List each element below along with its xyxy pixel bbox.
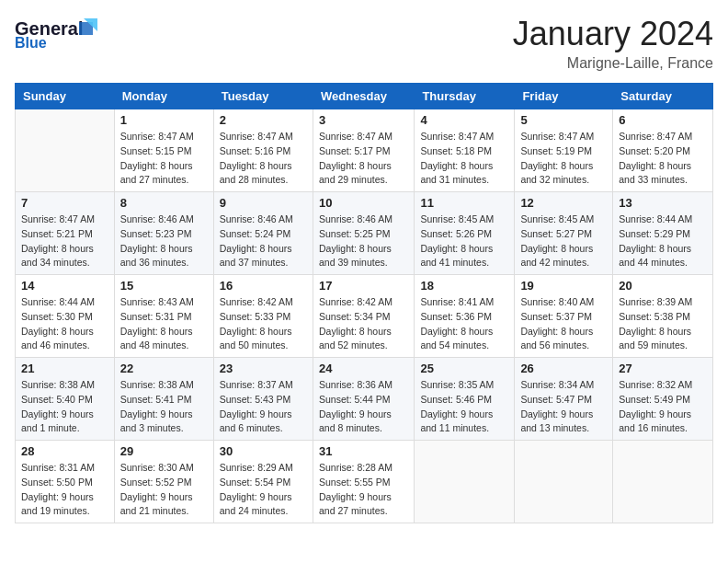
day-cell: 13Sunrise: 8:44 AMSunset: 5:29 PMDayligh… xyxy=(613,192,713,275)
week-row-2: 7Sunrise: 8:47 AMSunset: 5:21 PMDaylight… xyxy=(16,192,713,275)
day-detail: Sunrise: 8:41 AMSunset: 5:36 PMDaylight:… xyxy=(420,295,508,353)
day-detail: Sunrise: 8:36 AMSunset: 5:44 PMDaylight:… xyxy=(319,378,408,436)
header-row: SundayMondayTuesdayWednesdayThursdayFrid… xyxy=(16,84,713,109)
day-number: 1 xyxy=(120,113,208,127)
calendar-table: SundayMondayTuesdayWednesdayThursdayFrid… xyxy=(15,83,713,523)
header-day-friday: Friday xyxy=(515,84,613,109)
week-row-5: 28Sunrise: 8:31 AMSunset: 5:50 PMDayligh… xyxy=(16,441,713,523)
day-cell: 21Sunrise: 8:38 AMSunset: 5:40 PMDayligh… xyxy=(16,358,115,441)
day-number: 8 xyxy=(120,196,208,210)
day-detail: Sunrise: 8:42 AMSunset: 5:34 PMDaylight:… xyxy=(319,295,408,353)
day-cell: 16Sunrise: 8:42 AMSunset: 5:33 PMDayligh… xyxy=(213,275,313,358)
header-day-wednesday: Wednesday xyxy=(313,84,414,109)
day-number: 17 xyxy=(319,279,408,293)
day-detail: Sunrise: 8:39 AMSunset: 5:38 PMDaylight:… xyxy=(619,295,707,353)
day-cell: 19Sunrise: 8:40 AMSunset: 5:37 PMDayligh… xyxy=(515,275,613,358)
day-cell: 24Sunrise: 8:36 AMSunset: 5:44 PMDayligh… xyxy=(313,358,414,441)
day-number: 30 xyxy=(220,444,307,458)
day-number: 26 xyxy=(520,362,607,375)
day-cell xyxy=(16,109,115,192)
day-cell: 18Sunrise: 8:41 AMSunset: 5:36 PMDayligh… xyxy=(415,275,515,358)
day-detail: Sunrise: 8:43 AMSunset: 5:31 PMDaylight:… xyxy=(120,295,208,353)
day-number: 29 xyxy=(120,444,208,458)
header: General Blue January 2024 Marigne-Laille… xyxy=(15,15,713,72)
day-cell: 30Sunrise: 8:29 AMSunset: 5:54 PMDayligh… xyxy=(213,441,313,523)
day-number: 28 xyxy=(21,444,108,458)
day-number: 27 xyxy=(619,362,707,375)
day-number: 23 xyxy=(220,362,307,375)
day-detail: Sunrise: 8:46 AMSunset: 5:25 PMDaylight:… xyxy=(319,213,408,270)
week-row-4: 21Sunrise: 8:38 AMSunset: 5:40 PMDayligh… xyxy=(16,358,713,441)
day-cell: 20Sunrise: 8:39 AMSunset: 5:38 PMDayligh… xyxy=(613,275,713,358)
day-cell: 29Sunrise: 8:30 AMSunset: 5:52 PMDayligh… xyxy=(114,441,213,523)
day-number: 6 xyxy=(619,113,707,127)
day-cell: 28Sunrise: 8:31 AMSunset: 5:50 PMDayligh… xyxy=(16,441,115,523)
week-row-3: 14Sunrise: 8:44 AMSunset: 5:30 PMDayligh… xyxy=(16,275,713,358)
day-cell xyxy=(415,441,515,523)
day-cell: 1Sunrise: 8:47 AMSunset: 5:15 PMDaylight… xyxy=(114,109,213,192)
day-number: 25 xyxy=(420,362,508,375)
day-detail: Sunrise: 8:31 AMSunset: 5:50 PMDaylight:… xyxy=(21,461,108,519)
day-cell: 4Sunrise: 8:47 AMSunset: 5:18 PMDaylight… xyxy=(415,109,515,192)
header-day-thursday: Thursday xyxy=(415,84,515,109)
day-cell: 12Sunrise: 8:45 AMSunset: 5:27 PMDayligh… xyxy=(515,192,613,275)
day-number: 18 xyxy=(420,279,508,293)
day-number: 22 xyxy=(120,362,208,375)
day-number: 15 xyxy=(120,279,208,293)
day-cell: 15Sunrise: 8:43 AMSunset: 5:31 PMDayligh… xyxy=(114,275,213,358)
day-detail: Sunrise: 8:46 AMSunset: 5:23 PMDaylight:… xyxy=(120,213,208,270)
day-detail: Sunrise: 8:42 AMSunset: 5:33 PMDaylight:… xyxy=(220,295,307,353)
day-cell: 25Sunrise: 8:35 AMSunset: 5:46 PMDayligh… xyxy=(415,358,515,441)
day-detail: Sunrise: 8:47 AMSunset: 5:20 PMDaylight:… xyxy=(619,130,707,188)
day-detail: Sunrise: 8:40 AMSunset: 5:37 PMDaylight:… xyxy=(520,295,607,353)
day-number: 20 xyxy=(619,279,707,293)
day-detail: Sunrise: 8:29 AMSunset: 5:54 PMDaylight:… xyxy=(220,461,307,519)
day-number: 3 xyxy=(319,113,408,127)
day-cell: 9Sunrise: 8:46 AMSunset: 5:24 PMDaylight… xyxy=(213,192,313,275)
title-area: January 2024 Marigne-Laille, France xyxy=(513,15,713,72)
day-cell xyxy=(515,441,613,523)
day-number: 16 xyxy=(220,279,307,293)
day-detail: Sunrise: 8:38 AMSunset: 5:41 PMDaylight:… xyxy=(120,378,208,436)
day-number: 19 xyxy=(520,279,607,293)
day-detail: Sunrise: 8:47 AMSunset: 5:19 PMDaylight:… xyxy=(520,130,607,188)
day-cell: 23Sunrise: 8:37 AMSunset: 5:43 PMDayligh… xyxy=(213,358,313,441)
day-detail: Sunrise: 8:47 AMSunset: 5:21 PMDaylight:… xyxy=(21,213,108,270)
day-cell: 2Sunrise: 8:47 AMSunset: 5:16 PMDaylight… xyxy=(213,109,313,192)
day-detail: Sunrise: 8:45 AMSunset: 5:27 PMDaylight:… xyxy=(520,213,607,270)
day-detail: Sunrise: 8:44 AMSunset: 5:29 PMDaylight:… xyxy=(619,213,707,270)
day-number: 9 xyxy=(220,196,307,210)
header-day-sunday: Sunday xyxy=(16,84,115,109)
day-detail: Sunrise: 8:32 AMSunset: 5:49 PMDaylight:… xyxy=(619,378,707,436)
day-number: 5 xyxy=(520,113,607,127)
day-cell: 8Sunrise: 8:46 AMSunset: 5:23 PMDaylight… xyxy=(114,192,213,275)
day-cell: 31Sunrise: 8:28 AMSunset: 5:55 PMDayligh… xyxy=(313,441,414,523)
location-title: Marigne-Laille, France xyxy=(513,55,713,72)
day-cell xyxy=(613,441,713,523)
logo: General Blue xyxy=(15,15,97,50)
day-detail: Sunrise: 8:47 AMSunset: 5:15 PMDaylight:… xyxy=(120,130,208,188)
day-cell: 22Sunrise: 8:38 AMSunset: 5:41 PMDayligh… xyxy=(114,358,213,441)
week-row-1: 1Sunrise: 8:47 AMSunset: 5:15 PMDaylight… xyxy=(16,109,713,192)
day-detail: Sunrise: 8:47 AMSunset: 5:18 PMDaylight:… xyxy=(420,130,508,188)
day-number: 11 xyxy=(420,196,508,210)
day-cell: 26Sunrise: 8:34 AMSunset: 5:47 PMDayligh… xyxy=(515,358,613,441)
day-detail: Sunrise: 8:46 AMSunset: 5:24 PMDaylight:… xyxy=(220,213,307,270)
day-cell: 5Sunrise: 8:47 AMSunset: 5:19 PMDaylight… xyxy=(515,109,613,192)
day-number: 13 xyxy=(619,196,707,210)
day-cell: 6Sunrise: 8:47 AMSunset: 5:20 PMDaylight… xyxy=(613,109,713,192)
svg-text:Blue: Blue xyxy=(15,35,47,50)
day-number: 31 xyxy=(319,444,408,458)
day-detail: Sunrise: 8:44 AMSunset: 5:30 PMDaylight:… xyxy=(21,295,108,353)
day-cell: 17Sunrise: 8:42 AMSunset: 5:34 PMDayligh… xyxy=(313,275,414,358)
day-cell: 10Sunrise: 8:46 AMSunset: 5:25 PMDayligh… xyxy=(313,192,414,275)
month-title: January 2024 xyxy=(513,15,713,53)
day-number: 12 xyxy=(520,196,607,210)
day-cell: 3Sunrise: 8:47 AMSunset: 5:17 PMDaylight… xyxy=(313,109,414,192)
day-number: 7 xyxy=(21,196,108,210)
day-cell: 14Sunrise: 8:44 AMSunset: 5:30 PMDayligh… xyxy=(16,275,115,358)
day-detail: Sunrise: 8:47 AMSunset: 5:16 PMDaylight:… xyxy=(220,130,307,188)
header-day-saturday: Saturday xyxy=(613,84,713,109)
day-number: 2 xyxy=(220,113,307,127)
day-number: 24 xyxy=(319,362,408,375)
